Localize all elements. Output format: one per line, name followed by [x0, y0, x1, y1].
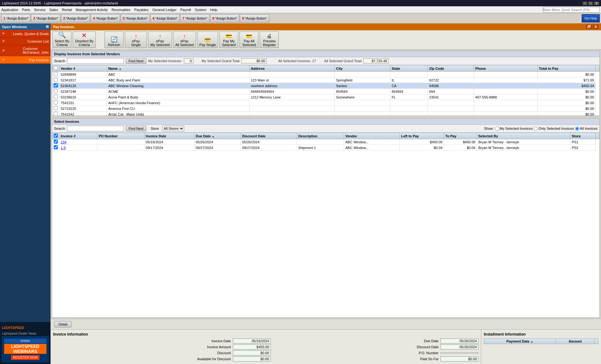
- menu-application[interactable]: Application: [1, 8, 18, 12]
- table-row[interactable]: 7541542 Arctic Cat - Major Units $0.00: [52, 111, 599, 116]
- invoice-row-checkbox[interactable]: [54, 145, 58, 149]
- show-only-selected-radio[interactable]: [534, 127, 538, 131]
- menu-parts[interactable]: Parts: [22, 8, 30, 12]
- open-windows-icon[interactable]: ⊞: [46, 25, 49, 29]
- menu-receivables[interactable]: Receivables: [112, 8, 131, 12]
- select-by-criteria-button[interactable]: 🔍 Select ByCriteria: [52, 32, 71, 48]
- pay-invoices-header-controls[interactable]: 🗗 ✕: [586, 25, 598, 29]
- close-pay-invoices-icon[interactable]: ✕: [2, 58, 5, 62]
- pay-my-selected-label: Pay MySelected: [222, 39, 236, 47]
- install-col-payment-date[interactable]: Payment Date ▲: [484, 339, 556, 344]
- table-row[interactable]: 7541531 AHFC (American Honda Finance) $0…: [52, 100, 599, 106]
- minimize-button[interactable]: −: [583, 2, 587, 5]
- vendor-row-checkbox[interactable]: [54, 95, 58, 99]
- close-customer-icon[interactable]: ✕: [2, 49, 5, 53]
- invoice-select-all-checkbox[interactable]: [54, 134, 58, 138]
- vendor-col-name[interactable]: Name ▲: [107, 65, 249, 72]
- maximize-button[interactable]: □: [588, 2, 593, 5]
- invoice-find-next-button[interactable]: Find Next: [126, 126, 146, 131]
- epay-my-selected-button[interactable]: ↑ ePayMy Selected: [148, 32, 172, 48]
- vendor-row-checkbox[interactable]: [54, 78, 58, 82]
- menu-system[interactable]: System: [195, 8, 206, 12]
- vendor-row-checkbox[interactable]: [54, 106, 58, 110]
- detail-button[interactable]: Detail: [54, 321, 71, 327]
- menu-rental[interactable]: Rental: [62, 8, 72, 12]
- open-windows-header[interactable]: Open Windows ⊞: [0, 23, 51, 30]
- table-row[interactable]: 52848899 ABC $0.00: [52, 72, 599, 77]
- register-now-button[interactable]: REGISTER NOW: [11, 355, 39, 360]
- menu-payroll[interactable]: Payroll: [180, 8, 191, 12]
- menu-service[interactable]: Service: [34, 8, 46, 12]
- sidebar-item-leads[interactable]: ✕ Leads, Quotes & Deals: [0, 30, 51, 38]
- table-row[interactable]: 52304126 ABC Window Cleaning nowhere add…: [52, 83, 599, 89]
- invoice-num[interactable]: 234: [59, 139, 97, 145]
- epay-all-selected-button[interactable]: ↑ ePayAll Selected: [173, 32, 196, 48]
- pay-my-selected-icon: 💳: [226, 33, 232, 39]
- invoice-row-checkbox[interactable]: [54, 140, 58, 144]
- hotkey-btn-9[interactable]: 9 *Assign Button*: [240, 14, 269, 22]
- sidebar-item-customer[interactable]: ✕ CustomerMcFarland, John: [0, 45, 51, 56]
- hotkey-btn-8[interactable]: 8 *Assign Button*: [210, 14, 239, 22]
- hotkey-btn-2[interactable]: 2 *Assign Button*: [31, 14, 60, 22]
- store-select[interactable]: All Stores: [162, 126, 184, 131]
- hotkey-btn-1[interactable]: 1 *Assign Button*: [1, 14, 30, 22]
- vendor-search-input[interactable]: [67, 58, 124, 64]
- pay-single-button[interactable]: 💳 Pay Single: [197, 32, 218, 48]
- pay-my-selected-button[interactable]: 💳 Pay MySelected: [219, 32, 238, 48]
- menu-sales[interactable]: Sales: [49, 8, 58, 12]
- sidebar-item-pay-invoices[interactable]: ✕ Pay Invoices: [0, 56, 51, 64]
- hotkey-btn-6[interactable]: 6 *Assign Button*: [150, 14, 179, 22]
- vendor-find-next-button[interactable]: Find Next: [126, 58, 146, 64]
- vendor-state: 654564: [390, 89, 428, 94]
- menu-general-ledger[interactable]: General Ledger: [152, 8, 176, 12]
- vendor-select-all-checkbox[interactable]: [54, 66, 58, 70]
- show-only-selected-radio-label[interactable]: Only Selected Invoices: [534, 127, 574, 131]
- vendor-name: Acme Paint & Body: [107, 94, 249, 100]
- table-row[interactable]: 52341817 ABC Body and Paint 123 Main st …: [52, 77, 599, 83]
- hotkey-btn-5[interactable]: 5 *Assign Button*: [121, 14, 150, 22]
- vendor-row-checkbox[interactable]: [54, 72, 58, 76]
- get-help-button[interactable]: Get Help: [582, 14, 600, 22]
- close-button[interactable]: ✕: [594, 2, 599, 5]
- show-my-selected-radio-label[interactable]: My Selected Invoices: [495, 127, 533, 131]
- table-row[interactable]: 1-9 09/17/2024 09/27/2024 09/27/2024 Shi…: [52, 145, 599, 151]
- inv-col-due[interactable]: Due Date ▲: [194, 133, 241, 139]
- show-all-invoices-radio-label[interactable]: All Invoices: [575, 127, 598, 131]
- vendor-row-checkbox[interactable]: [54, 112, 58, 116]
- hotkey-btn-7[interactable]: 7 *Assign Button*: [180, 14, 209, 22]
- epay-single-button[interactable]: ↑ ePaySingle: [125, 32, 147, 48]
- main-menu-search-input[interactable]: [543, 7, 600, 13]
- menu-payables[interactable]: Payables: [134, 8, 149, 12]
- close-leads-icon[interactable]: ✕: [2, 32, 5, 36]
- invoice-search-input[interactable]: [67, 126, 124, 131]
- hotkey-btn-3[interactable]: 3 *Assign Button*: [61, 14, 90, 22]
- table-row[interactable]: 234 05/16/2024 05/26/2024 05/26/2024 ABC…: [52, 139, 599, 145]
- menu-help[interactable]: Help: [210, 8, 217, 12]
- hotkey-btn-4[interactable]: 4 *Assign Button*: [91, 14, 120, 22]
- close-customer-list-icon[interactable]: ✕: [2, 39, 5, 43]
- vendor-phone: [474, 83, 538, 89]
- title-bar-controls[interactable]: − □ ✕: [583, 2, 599, 5]
- vendor-row-checkbox[interactable]: [54, 100, 58, 104]
- deselect-by-criteria-button[interactable]: ✕ Deselect ByCriteria: [73, 32, 96, 48]
- refresh-button[interactable]: 🔄 Refresh: [105, 32, 124, 48]
- menu-management-activity[interactable]: Management Activity: [76, 8, 108, 12]
- sidebar-item-customer-list[interactable]: ✕ Customer List: [0, 38, 51, 45]
- pay-invoices-restore-icon[interactable]: 🗗: [586, 25, 592, 29]
- inv-col-num: Invoice #: [59, 133, 97, 139]
- invoice-selected-by: Bryan M Tierney - tierneyb: [477, 145, 570, 151]
- table-row[interactable]: 52723220 America First CU $0.00: [52, 106, 599, 111]
- pay-all-selected-button[interactable]: 💳 Pay AllSelected: [240, 32, 258, 48]
- sidebar-news: LIGHTSPEED Lightspeed Dealer News SPEED …: [0, 322, 51, 364]
- show-all-invoices-radio[interactable]: [575, 127, 579, 131]
- vendor-row-checkbox[interactable]: [54, 89, 58, 93]
- show-my-selected-radio[interactable]: [495, 127, 499, 131]
- vendor-row-checkbox[interactable]: [54, 83, 58, 87]
- title-bar: Lightspeed 2024.12.5945 - Lightspeed Pow…: [0, 0, 601, 6]
- vendor-name: AHFC (American Honda Finance): [107, 100, 249, 106]
- preview-register-button[interactable]: 🖨 PreviewRegister: [260, 32, 279, 48]
- table-row[interactable]: 53236616 Acme Paint & Body 1212 Memory L…: [52, 94, 599, 100]
- invoice-num[interactable]: 1-9: [59, 145, 97, 151]
- pay-invoices-close-icon[interactable]: ✕: [593, 25, 598, 29]
- table-row[interactable]: 52347248 ACME 564654564564 654564 654564…: [52, 89, 599, 94]
